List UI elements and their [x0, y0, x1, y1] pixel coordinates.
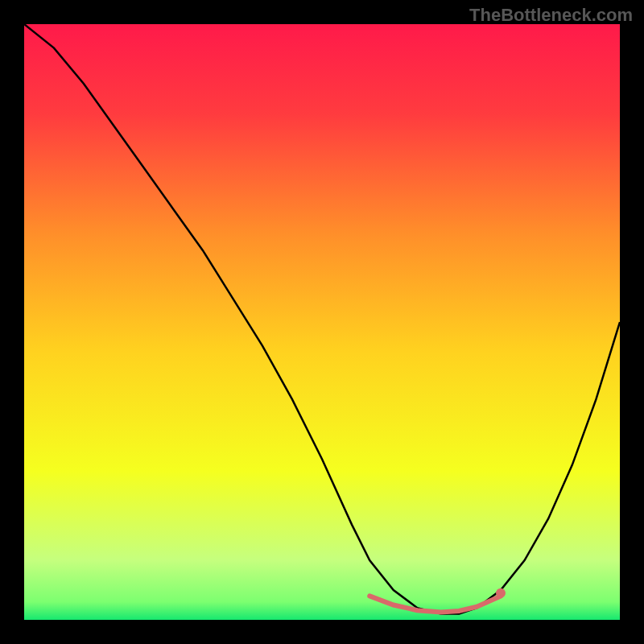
chart-container: TheBottleneck.com — [0, 0, 644, 644]
plot-area — [24, 24, 620, 620]
watermark-text: TheBottleneck.com — [469, 5, 633, 26]
marker-point — [496, 588, 506, 598]
gradient-background — [24, 24, 620, 620]
chart-svg — [24, 24, 620, 620]
